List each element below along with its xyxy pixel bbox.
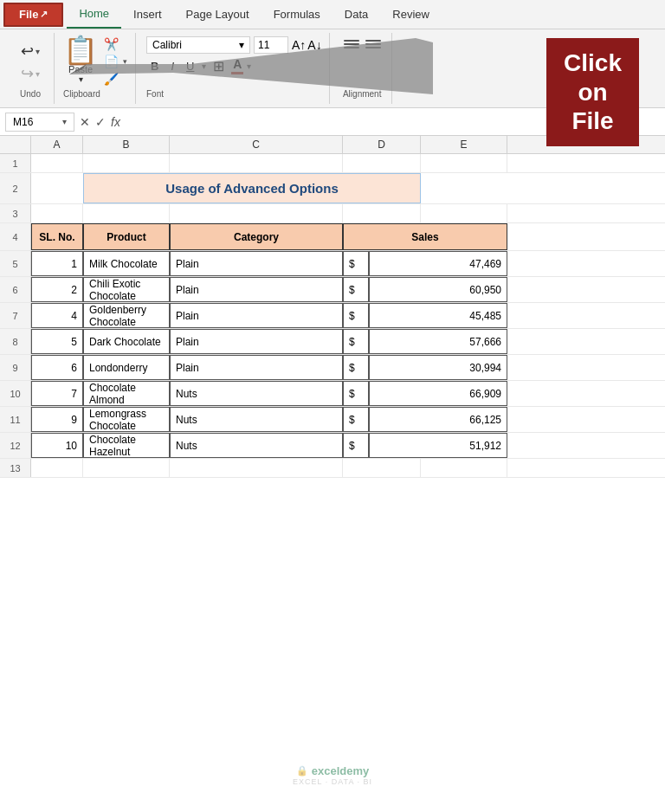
font-label: Font xyxy=(146,89,322,100)
formula-confirm-icon[interactable]: ✓ xyxy=(95,115,106,129)
tab-home[interactable]: Home xyxy=(67,0,121,29)
undo-group: ↩ ▾ ↪ ▾ Undo xyxy=(7,33,55,104)
col-header-e: E xyxy=(421,136,507,153)
data-rows: 5 1 Milk Chocolate Plain $ 47,469 6 2 Ch… xyxy=(0,251,665,459)
menu-tabs: File ↗ Home Insert Page Layout Formulas … xyxy=(0,0,665,29)
alignment-label: Alignment xyxy=(343,89,381,100)
undo-button[interactable]: ↩ ▾ xyxy=(21,42,40,61)
increase-font-button[interactable]: A↑ xyxy=(292,38,306,52)
cell-ref-dropdown[interactable]: ▾ xyxy=(62,117,67,126)
bold-button[interactable]: B xyxy=(146,58,163,74)
table-row: 8 5 Dark Chocolate Plain $ 57,666 xyxy=(0,329,665,355)
col-header-b: B xyxy=(83,136,170,153)
formula-cancel-icon[interactable]: ✕ xyxy=(80,115,90,129)
table-row: 3 xyxy=(0,204,665,223)
borders-button[interactable]: ⊞ xyxy=(213,58,224,74)
table-row: 12 10 Chocolate Hazelnut Nuts $ 51,912 xyxy=(0,433,665,459)
table-row: 5 1 Milk Chocolate Plain $ 47,469 xyxy=(0,251,665,277)
underline-button[interactable]: U xyxy=(182,58,198,74)
font-color-dropdown[interactable]: ▾ xyxy=(247,61,251,71)
fx-label: fx xyxy=(111,115,120,129)
cell-reference-box[interactable]: M16 ▾ xyxy=(5,113,74,132)
redo-icon: ↪ xyxy=(21,64,34,83)
cut-button[interactable]: ✂️ xyxy=(101,36,127,52)
watermark: 🔒 exceldemy EXCEL · DATA · BI xyxy=(293,764,372,786)
format-painter-button[interactable]: 🖌️ xyxy=(101,71,121,87)
header-product: Product xyxy=(83,223,170,250)
spreadsheet-title: Usage of Advanced Options xyxy=(83,173,421,203)
watermark-icon: 🔒 xyxy=(296,765,308,777)
paste-icon: 📋 xyxy=(63,36,98,64)
font-size-dropdown[interactable]: 11 xyxy=(254,36,288,54)
italic-button[interactable]: I xyxy=(166,58,178,74)
col-header-d: D xyxy=(343,136,421,153)
cursor-indicator: ↗ xyxy=(40,9,48,20)
tab-page-layout[interactable]: Page Layout xyxy=(174,0,261,29)
table-row: 10 7 Chocolate Almond Nuts $ 66,909 xyxy=(0,381,665,407)
grid-body: 1 2 Usage of Advanced Options 3 xyxy=(0,154,665,812)
table-row: 9 6 Londonderry Plain $ 30,994 xyxy=(0,355,665,381)
table-row: 6 2 Chili Exotic Chocolate Plain $ 60,95… xyxy=(0,277,665,303)
font-name-dropdown[interactable]: Calibri ▾ xyxy=(146,36,250,54)
redo-button[interactable]: ↪ ▾ xyxy=(21,64,40,83)
undo-label: Undo xyxy=(20,89,41,100)
tab-insert[interactable]: Insert xyxy=(121,0,174,29)
header-sl: SL. No. xyxy=(31,223,83,250)
decrease-font-button[interactable]: A↓ xyxy=(307,38,321,52)
undo-icon: ↩ xyxy=(21,42,34,61)
copy-button[interactable]: 📄 xyxy=(101,54,121,69)
ribbon-toolbar: ↩ ▾ ↪ ▾ Undo 📋 Paste ▾ xyxy=(0,29,665,107)
table-row: 13 xyxy=(0,459,665,478)
table-row: 1 xyxy=(0,154,665,173)
col-header-c: C xyxy=(170,136,343,153)
table-row: 7 4 Goldenberry Chocolate Plain $ 45,485 xyxy=(0,303,665,329)
align-lines-icon xyxy=(344,40,359,48)
header-category: Category xyxy=(170,223,343,250)
tab-review[interactable]: Review xyxy=(380,0,442,29)
row-num-header xyxy=(0,136,31,153)
font-color-button[interactable]: A xyxy=(231,57,243,74)
underline-dropdown[interactable]: ▾ xyxy=(202,61,206,71)
paste-button[interactable]: 📋 Paste ▾ xyxy=(63,36,98,84)
tab-formulas[interactable]: Formulas xyxy=(261,0,332,29)
alignment-group: Alignment xyxy=(333,33,392,104)
header-sales: Sales xyxy=(343,223,507,250)
clipboard-label: Clipboard xyxy=(63,89,130,100)
callout-box: Click on File xyxy=(546,38,639,146)
ribbon-area: File ↗ Home Insert Page Layout Formulas … xyxy=(0,0,665,108)
table-header-row: 4 SL. No. Product Category Sales xyxy=(0,223,665,251)
spreadsheet: A B C D E 1 2 Usage of Advanced Options xyxy=(0,136,665,812)
align-lines-icon2 xyxy=(365,40,381,48)
table-row: 11 9 Lemongrass Chocolate Nuts $ 66,125 xyxy=(0,407,665,433)
tab-data[interactable]: Data xyxy=(332,0,380,29)
clipboard-group: 📋 Paste ▾ ✂️ 📄 ▾ 🖌️ xyxy=(58,33,136,104)
tab-file[interactable]: File ↗ xyxy=(3,3,63,27)
col-header-a: A xyxy=(31,136,83,153)
title-row: 2 Usage of Advanced Options xyxy=(0,173,665,204)
font-group: Calibri ▾ 11 A↑ A↓ B I U ▾ ⊞ xyxy=(139,33,330,104)
